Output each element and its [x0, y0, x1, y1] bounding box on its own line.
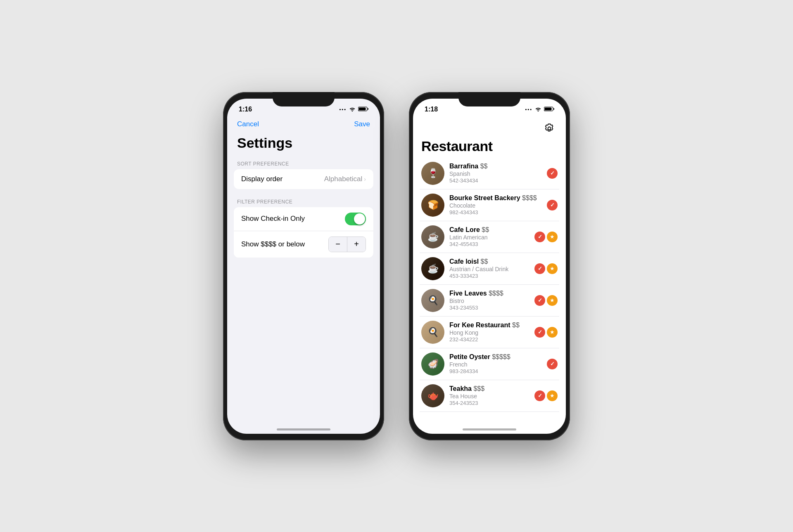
- price-filter-row: Show $$$$ or below − +: [234, 231, 373, 258]
- restaurant-phone: 343-234553: [449, 305, 529, 311]
- restaurant-item[interactable]: 🍞Bourke Street Backery $$$$Chocolate982-…: [420, 189, 559, 221]
- status-time-2: 1:18: [425, 106, 438, 113]
- check-badge: ✓: [534, 390, 545, 401]
- restaurant-name: Bourke Street Backery $$$$: [449, 194, 542, 202]
- restaurant-info: For Kee Restaurant $$Hong Kong232-434222: [449, 322, 529, 343]
- restaurant-cuisine: Bistro: [449, 298, 529, 304]
- restaurant-price: $$: [481, 258, 488, 265]
- restaurant-name: Barrafina $$: [449, 163, 542, 170]
- restaurant-item[interactable]: 🍷Barrafina $$Spanish542-343434✓: [420, 158, 559, 189]
- restaurant-cuisine: Spanish: [449, 170, 542, 177]
- display-order-value: Alphabetical ›: [324, 175, 366, 183]
- battery-icon-2: [544, 106, 554, 113]
- restaurant-phone: 983-284334: [449, 368, 542, 374]
- restaurant-item[interactable]: 🍳For Kee Restaurant $$Hong Kong232-43422…: [420, 317, 559, 348]
- restaurant-info: Teakha $$$Tea House354-243523: [449, 385, 529, 406]
- restaurant-name: Five Leaves $$$$: [449, 290, 529, 297]
- check-badge: ✓: [534, 327, 545, 338]
- status-icons-2: •••: [525, 106, 554, 113]
- cancel-button[interactable]: Cancel: [237, 120, 259, 128]
- signal-dots-icon: •••: [339, 107, 347, 112]
- restaurant-cuisine: Tea House: [449, 393, 529, 400]
- restaurant-avatar: 🦪: [421, 352, 444, 376]
- restaurant-name: For Kee Restaurant $$: [449, 322, 529, 329]
- home-indicator: [277, 428, 330, 430]
- sort-preference-card: Display order Alphabetical ›: [234, 169, 373, 189]
- restaurant-avatar: 🍳: [421, 289, 444, 312]
- restaurant-cuisine: Austrian / Casual Drink: [449, 266, 529, 272]
- restaurant-avatar: ☕: [421, 257, 444, 280]
- restaurant-cuisine: French: [449, 361, 542, 368]
- restaurant-badges: ✓: [547, 200, 558, 210]
- restaurant-info: Cafe Lore $$Latin American342-455433: [449, 226, 529, 247]
- settings-title: Settings: [227, 133, 380, 158]
- restaurant-badges: ✓★: [534, 263, 558, 274]
- restaurant-price: $$: [480, 163, 488, 170]
- star-badge: ★: [547, 327, 558, 338]
- restaurant-item[interactable]: ☕Cafe loisl $$Austrian / Casual Drink453…: [420, 253, 559, 285]
- check-in-label: Show Check-in Only: [241, 215, 305, 223]
- check-badge: ✓: [534, 232, 545, 242]
- restaurant-cuisine: Chocolate: [449, 202, 542, 209]
- filter-preference-card: Show Check-in Only Show $$$$ or below − …: [234, 207, 373, 258]
- restaurant-item[interactable]: ☕Cafe Lore $$Latin American342-455433✓★: [420, 221, 559, 253]
- phone-notch-2: [458, 92, 520, 106]
- restaurant-price: $$$$: [489, 290, 503, 297]
- restaurant-price: $$: [482, 226, 489, 233]
- svg-rect-2: [368, 108, 368, 110]
- restaurant-info: Cafe loisl $$Austrian / Casual Drink453-…: [449, 258, 529, 279]
- check-in-toggle[interactable]: [345, 213, 366, 225]
- restaurant-avatar: 🍳: [421, 321, 444, 344]
- stepper-plus-button[interactable]: +: [347, 237, 366, 252]
- check-badge: ✓: [547, 359, 558, 369]
- star-badge: ★: [547, 232, 558, 242]
- restaurant-price: $$: [512, 322, 520, 329]
- svg-rect-1: [359, 108, 366, 111]
- check-in-row: Show Check-in Only: [234, 207, 373, 231]
- battery-icon: [358, 106, 368, 113]
- restaurant-item[interactable]: 🫖Teakha $$$Tea House354-243523✓★: [420, 380, 559, 412]
- wifi-icon-2: [535, 106, 541, 113]
- restaurant-avatar: ☕: [421, 225, 444, 248]
- restaurant-header: [413, 117, 566, 138]
- price-stepper: − +: [328, 236, 366, 252]
- display-order-label: Display order: [241, 175, 283, 183]
- restaurant-title: Restaurant: [421, 138, 558, 154]
- star-badge: ★: [547, 390, 558, 401]
- restaurant-badges: ✓★: [534, 295, 558, 306]
- settings-screen: 1:16 ••• Cancel Save Settings SORT PREFE…: [227, 99, 380, 434]
- restaurant-cuisine: Latin American: [449, 234, 529, 241]
- restaurant-item[interactable]: 🦪Petite Oyster $$$$$French983-284334✓: [420, 348, 559, 380]
- restaurant-info: Petite Oyster $$$$$French983-284334: [449, 353, 542, 374]
- restaurant-badges: ✓: [547, 359, 558, 369]
- restaurant-badges: ✓: [547, 168, 558, 179]
- save-button[interactable]: Save: [354, 120, 370, 128]
- status-icons: •••: [339, 106, 368, 113]
- stepper-minus-button[interactable]: −: [329, 237, 347, 252]
- toggle-knob: [354, 213, 365, 225]
- restaurant-phone: 232-434222: [449, 336, 529, 343]
- sort-preference-header: SORT PREFERENCE: [227, 158, 380, 169]
- filter-preference-header: FILTER PREFERENCE: [227, 196, 380, 207]
- restaurant-item[interactable]: 🍳Five Leaves $$$$Bistro343-234553✓★: [420, 285, 559, 317]
- svg-rect-4: [545, 108, 552, 111]
- restaurant-screen: 1:18 ••• Restaurant: [413, 99, 566, 434]
- restaurant-name: Cafe Lore $$: [449, 226, 529, 234]
- chevron-right-icon: ›: [364, 176, 366, 182]
- restaurant-phone: 542-343434: [449, 177, 542, 184]
- restaurant-name: Cafe loisl $$: [449, 258, 529, 265]
- gear-button[interactable]: [541, 120, 558, 137]
- settings-phone: 1:16 ••• Cancel Save Settings SORT PREFE…: [223, 92, 384, 440]
- restaurant-price: $$$: [473, 385, 484, 392]
- wifi-icon: [349, 106, 356, 113]
- restaurant-phone: 1:18 ••• Restaurant: [409, 92, 570, 440]
- check-badge: ✓: [534, 263, 545, 274]
- restaurant-cuisine: Hong Kong: [449, 329, 529, 336]
- restaurant-list: 🍷Barrafina $$Spanish542-343434✓🍞Bourke S…: [413, 158, 566, 412]
- star-badge: ★: [547, 263, 558, 274]
- display-order-row[interactable]: Display order Alphabetical ›: [234, 169, 373, 189]
- restaurant-phone: 982-434343: [449, 209, 542, 215]
- star-badge: ★: [547, 295, 558, 306]
- restaurant-avatar: 🫖: [421, 384, 444, 407]
- restaurant-name: Teakha $$$: [449, 385, 529, 392]
